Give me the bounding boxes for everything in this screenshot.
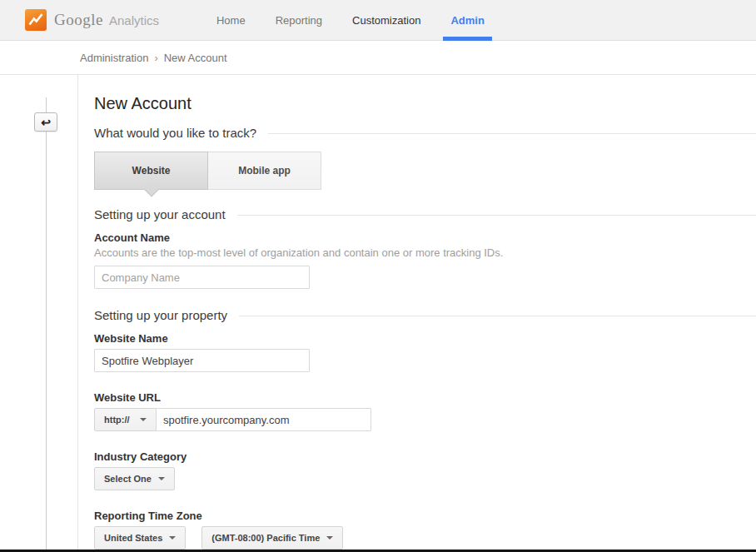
timezone-label: Reporting Time Zone [94, 510, 756, 522]
chevron-down-icon [140, 418, 147, 421]
url-scheme-dropdown[interactable]: http:// [94, 408, 157, 431]
account-name-help: Accounts are the top-most level of organ… [94, 246, 756, 259]
industry-category-value: Select One [104, 474, 152, 484]
tab-mobile-app-label: Mobile app [238, 165, 291, 177]
brand-google-text: Google [54, 11, 103, 29]
industry-category-dropdown[interactable]: Select One [94, 467, 175, 490]
account-name-input[interactable] [94, 266, 310, 289]
track-section-header: What would you like to track? [94, 126, 756, 141]
logo[interactable]: Google Analytics [25, 9, 159, 31]
tab-website-label: Website [132, 165, 171, 177]
timezone-dropdown[interactable]: (GMT-08:00) Pacific Time [201, 526, 343, 550]
breadcrumb-new-account: New Account [164, 52, 227, 64]
nav-admin[interactable]: Admin [443, 0, 491, 41]
content-area: ↩︎ New Account What would you like to tr… [0, 75, 756, 551]
app-header: Google Analytics Home Reporting Customiz… [0, 0, 756, 41]
breadcrumb: Administration › New Account [0, 41, 756, 75]
account-name-label: Account Name [94, 231, 756, 244]
tab-mobile-app[interactable]: Mobile app [207, 152, 321, 190]
timezone-value: (GMT-08:00) Pacific Time [211, 533, 320, 543]
active-tab-pointer [144, 183, 158, 197]
chevron-down-icon [158, 477, 165, 480]
account-section-header: Setting up your account [94, 207, 756, 222]
timezone-country-dropdown[interactable]: United States [94, 526, 186, 550]
track-section-title: What would you like to track? [94, 126, 256, 141]
nav-home[interactable]: Home [209, 0, 253, 41]
account-section-title: Setting up your account [94, 207, 226, 222]
website-url-input[interactable] [156, 408, 371, 431]
back-arrow-icon: ↩︎ [41, 116, 51, 129]
website-url-label: Website URL [94, 391, 756, 404]
nav-customization[interactable]: Customization [345, 0, 428, 41]
google-analytics-admin-screen: Google Analytics Home Reporting Customiz… [0, 0, 756, 552]
page-title: New Account [94, 94, 756, 113]
nav-reporting[interactable]: Reporting [268, 0, 330, 41]
new-account-form: New Account What would you like to track… [78, 75, 756, 551]
left-sidebar: ↩︎ [0, 75, 78, 551]
breadcrumb-separator: › [154, 52, 157, 64]
back-button[interactable]: ↩︎ [34, 112, 57, 132]
website-name-label: Website Name [94, 332, 756, 345]
timezone-country-value: United States [104, 533, 162, 543]
chevron-down-icon [326, 536, 333, 540]
tab-website[interactable]: Website [94, 152, 208, 190]
section-rule [237, 215, 756, 216]
property-section-header: Setting up your property [94, 308, 756, 323]
industry-category-label: Industry Category [94, 450, 756, 463]
section-rule [268, 133, 756, 134]
industry-category-row: Select One [94, 467, 756, 490]
analytics-logo-icon [25, 9, 47, 31]
breadcrumb-administration[interactable]: Administration [80, 52, 148, 64]
main-nav: Home Reporting Customization Admin [209, 0, 507, 41]
timezone-row: United States (GMT-08:00) Pacific Time [94, 526, 756, 550]
track-type-tabs: Website Mobile app [94, 152, 756, 190]
url-scheme-value: http:// [104, 415, 130, 425]
section-rule [239, 316, 756, 316]
chevron-down-icon [169, 536, 176, 540]
website-url-row: http:// [94, 408, 756, 431]
website-name-input[interactable] [94, 349, 310, 372]
property-section-title: Setting up your property [94, 308, 227, 323]
sidebar-divider-line [46, 97, 47, 551]
brand-analytics-text: Analytics [109, 13, 159, 27]
